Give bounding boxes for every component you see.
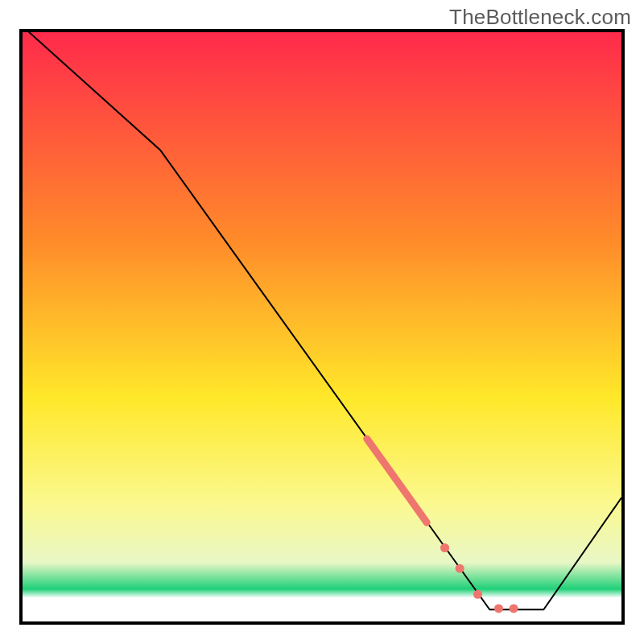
highlight-dot (456, 564, 464, 573)
highlight-dot (440, 543, 449, 552)
highlight-dot (510, 604, 518, 613)
plot-area (23, 32, 621, 621)
highlight-dots (440, 543, 518, 613)
bottleneck-curve (23, 32, 621, 609)
watermark-text: TheBottleneck.com (449, 5, 631, 30)
chart-frame: TheBottleneck.com (0, 0, 644, 644)
highlight-dot (473, 590, 482, 599)
highlight-segment (367, 439, 427, 522)
chart-foreground (23, 32, 621, 621)
plot-border (19, 29, 625, 625)
highlight-dot (494, 604, 503, 613)
